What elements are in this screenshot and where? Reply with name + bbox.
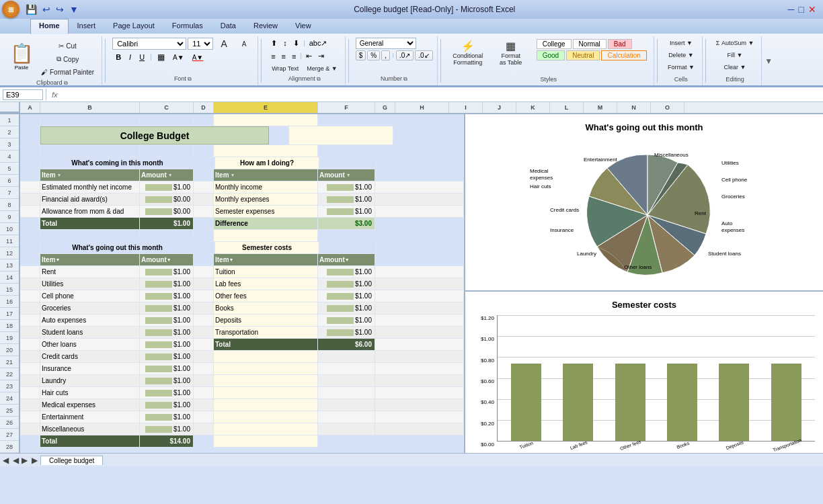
tab-review[interactable]: Review	[245, 19, 286, 34]
cell-rest-3[interactable]	[375, 145, 464, 157]
decrease-decimal-button[interactable]: .0↙	[415, 50, 432, 60]
align-right-button[interactable]: ≡	[289, 51, 299, 62]
cell-a1[interactable]	[20, 114, 40, 126]
cell-budget-title[interactable]: College Budget	[40, 126, 269, 144]
cell-e1[interactable]	[214, 114, 318, 126]
cell-b1[interactable]	[40, 114, 140, 126]
cell-rest-11[interactable]	[377, 242, 464, 253]
cell-d8[interactable]	[194, 206, 214, 217]
cell-d12[interactable]	[194, 254, 214, 265]
cell-c6[interactable]: $1.00	[140, 181, 194, 193]
cell-b3[interactable]	[40, 145, 140, 157]
cell-rest-4[interactable]	[377, 157, 464, 169]
item-dropdown-1[interactable]: ▼	[57, 173, 62, 177]
row-num-18[interactable]: 18	[0, 320, 19, 332]
row-num-6[interactable]: 6	[0, 175, 19, 187]
font-dialog-icon[interactable]: ⧉	[188, 76, 192, 82]
col-header-h[interactable]: H	[395, 102, 449, 113]
name-box[interactable]	[3, 89, 43, 100]
autosum-button[interactable]: Σ AutoSum ▼	[713, 38, 758, 48]
cell-d2[interactable]	[269, 126, 289, 144]
cell-f11[interactable]	[319, 242, 377, 253]
row-num-8[interactable]: 8	[0, 199, 19, 211]
row-num-23[interactable]: 23	[0, 380, 19, 392]
align-middle-button[interactable]: ↕	[280, 38, 290, 49]
row-num-10[interactable]: 10	[0, 223, 19, 235]
cell-d9[interactable]	[194, 218, 214, 229]
row-num-11[interactable]: 11	[0, 235, 19, 247]
amount-dropdown-1[interactable]: ▼	[168, 173, 173, 177]
cell-a7[interactable]	[20, 194, 40, 205]
underline-button[interactable]: U	[136, 52, 148, 62]
align-bottom-button[interactable]: ⬇	[290, 38, 302, 49]
cell-a11[interactable]	[20, 242, 40, 253]
sheet-nav-right2[interactable]: ▶	[29, 456, 40, 465]
cell-a2[interactable]	[20, 126, 40, 144]
cell-b5[interactable]: Item ▼	[40, 169, 140, 181]
cell-e8[interactable]: Semester expenses	[214, 206, 318, 217]
style-normal[interactable]: Normal	[573, 39, 606, 49]
col-header-d[interactable]: D	[194, 102, 214, 113]
row-num-2[interactable]: 2	[0, 126, 19, 138]
clipboard-dialog-icon[interactable]: ⧉	[64, 80, 68, 86]
style-college[interactable]: College	[537, 39, 572, 49]
row-num-17[interactable]: 17	[0, 308, 19, 320]
amount-dd-3[interactable]: ▼	[167, 257, 171, 262]
row-num-25[interactable]: 25	[0, 405, 19, 417]
cell-e2[interactable]	[289, 126, 393, 144]
col-header-a[interactable]: A	[20, 102, 40, 113]
cell-d5[interactable]	[194, 169, 214, 181]
col-header-m[interactable]: M	[584, 102, 617, 113]
cell-rest-10[interactable]	[375, 230, 464, 241]
item-dropdown-2[interactable]: ▼	[231, 173, 235, 177]
col-header-c[interactable]: C	[140, 102, 194, 113]
format-painter-button[interactable]: 🖌Format Painter	[38, 67, 97, 78]
align-center-button[interactable]: ≡	[279, 51, 288, 62]
cell-b6[interactable]: Estimated monthly net income	[40, 181, 140, 193]
cell-a4[interactable]	[20, 157, 40, 169]
paste-button[interactable]: 📋 Paste	[7, 38, 36, 75]
formula-input[interactable]	[63, 91, 820, 99]
cell-e6[interactable]: Monthly income	[214, 181, 318, 193]
row-num-15[interactable]: 15	[0, 284, 19, 296]
insert-button[interactable]: Insert ▼	[666, 38, 696, 48]
font-size-select[interactable]: 11	[188, 38, 213, 50]
decrease-indent-button[interactable]: ⇤	[303, 50, 315, 62]
row-num-7[interactable]: 7	[0, 187, 19, 199]
cell-d4[interactable]	[195, 157, 215, 169]
style-good[interactable]: Good	[537, 50, 565, 60]
percent-button[interactable]: %	[367, 50, 380, 60]
cell-c7[interactable]: $0.00	[140, 194, 194, 205]
tab-formulas[interactable]: Formulas	[163, 19, 212, 34]
col-header-b[interactable]: B	[40, 102, 140, 113]
delete-button[interactable]: Delete ▼	[665, 50, 697, 60]
italic-button[interactable]: I	[126, 52, 134, 62]
cell-e4[interactable]: How am I doing?	[215, 157, 319, 169]
copy-button[interactable]: ⧉Copy	[38, 53, 97, 65]
row-num-19[interactable]: 19	[0, 332, 19, 344]
cell-f12[interactable]: Amount ▼	[318, 254, 375, 265]
align-top-button[interactable]: ⬆	[268, 38, 280, 49]
undo-button[interactable]: ↩	[41, 3, 52, 15]
cell-f3[interactable]	[318, 145, 375, 157]
wrap-text-button[interactable]: Wrap Text	[268, 63, 302, 74]
row-num-5[interactable]: 5	[0, 163, 19, 175]
cell-rest-6[interactable]	[375, 181, 464, 193]
currency-button[interactable]: $	[356, 50, 366, 60]
row-num-14[interactable]: 14	[0, 271, 19, 284]
row-num-3[interactable]: 3	[0, 138, 19, 151]
cell-d6[interactable]	[194, 181, 214, 193]
row-num-1[interactable]: 1	[0, 114, 19, 126]
redo-button[interactable]: ↪	[54, 3, 65, 15]
tab-data[interactable]: Data	[212, 19, 245, 34]
item-dd-4[interactable]: ▼	[229, 257, 234, 262]
tab-page-layout[interactable]: Page Layout	[104, 19, 163, 34]
item-dd-3[interactable]: ▼	[56, 257, 61, 262]
increase-font-button[interactable]: A	[214, 38, 233, 50]
row-num-21[interactable]: 21	[0, 356, 19, 368]
style-bad[interactable]: Bad	[608, 39, 632, 49]
cell-coming-in-title[interactable]: What's coming in this month	[40, 157, 195, 169]
cell-c3[interactable]	[140, 145, 194, 157]
cell-b10[interactable]	[40, 230, 140, 241]
cell-d3[interactable]	[194, 145, 214, 157]
